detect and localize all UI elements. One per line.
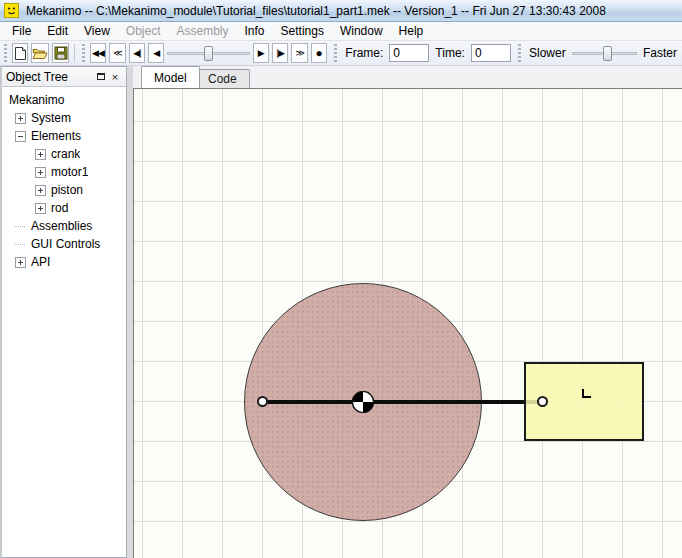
frame-input[interactable] (389, 44, 429, 62)
tree-item-label: motor1 (51, 165, 88, 179)
tree-item-label: System (31, 111, 71, 125)
skip-forward-button[interactable]: ≫ (291, 43, 307, 63)
close-panel-button[interactable]: × (108, 70, 122, 84)
expand-plus-icon[interactable] (15, 113, 26, 124)
play-button[interactable]: ▶ (253, 43, 269, 63)
tree-item-piston[interactable]: piston (2, 181, 126, 199)
open-file-button[interactable] (31, 43, 49, 63)
slower-label: Slower (526, 46, 569, 60)
app-smiley-icon (4, 3, 19, 18)
speed-slider[interactable] (572, 44, 637, 62)
step-back-button[interactable]: ◀| (129, 43, 145, 63)
toolbar-grip[interactable] (334, 44, 337, 62)
editor-tab-bar: Model Code (133, 66, 682, 88)
open-folder-icon (32, 47, 48, 60)
menu-file[interactable]: File (4, 22, 39, 40)
tree-branch-line (15, 244, 25, 245)
menu-bar: File Edit View Object Assembly Info Sett… (0, 22, 682, 41)
tree-item-label: GUI Controls (31, 237, 100, 251)
tree-item-label: piston (51, 183, 83, 197)
object-tree-panel: Object Tree × Mekanimo System Elements c… (0, 66, 127, 558)
new-file-icon (14, 46, 27, 61)
expand-plus-icon[interactable] (35, 149, 46, 160)
model-canvas[interactable] (133, 88, 682, 558)
toolbar-grip[interactable] (4, 44, 7, 62)
tree-item-label: Mekanimo (9, 93, 64, 107)
record-button[interactable]: ● (311, 43, 327, 63)
center-of-mass-marker[interactable] (351, 390, 375, 414)
expand-plus-icon[interactable] (15, 257, 26, 268)
object-tree: Mekanimo System Elements crank motor1 pi… (2, 87, 126, 271)
faster-label: Faster (640, 46, 680, 60)
crank-pin-joint[interactable] (257, 396, 268, 407)
frame-slider[interactable] (167, 44, 249, 62)
save-floppy-icon (54, 46, 68, 60)
expand-plus-icon[interactable] (35, 203, 46, 214)
toolbar-grip[interactable] (518, 44, 521, 62)
expand-plus-icon[interactable] (35, 167, 46, 178)
menu-edit[interactable]: Edit (39, 22, 76, 40)
toolbar-separator (74, 44, 75, 62)
menu-info[interactable]: Info (237, 22, 273, 40)
time-label: Time: (432, 46, 468, 60)
tree-branch-line (15, 226, 25, 227)
tree-item-elements[interactable]: Elements (2, 127, 126, 145)
float-window-icon (97, 73, 105, 80)
tree-item-label: API (31, 255, 50, 269)
new-file-button[interactable] (12, 43, 28, 63)
tree-item-mekanimo[interactable]: Mekanimo (2, 91, 126, 109)
tree-item-system[interactable]: System (2, 109, 126, 127)
collapse-minus-icon[interactable] (15, 131, 26, 142)
rod-link[interactable] (263, 400, 543, 404)
fast-rewind-button[interactable]: ◀◀ (90, 43, 106, 63)
tab-code[interactable]: Code (195, 69, 250, 88)
tree-item-rod[interactable]: rod (2, 199, 126, 217)
tree-item-api[interactable]: API (2, 253, 126, 271)
play-backward-button[interactable]: ◀ (148, 43, 164, 63)
object-tree-header: Object Tree × (2, 67, 126, 87)
menu-object: Object (118, 22, 169, 40)
title-bar: Mekanimo -- C:\Mekanimo_module\Tutorial_… (0, 0, 682, 22)
menu-settings[interactable]: Settings (273, 22, 332, 40)
menu-window[interactable]: Window (332, 22, 391, 40)
expand-plus-icon[interactable] (35, 185, 46, 196)
tree-item-motor1[interactable]: motor1 (2, 163, 126, 181)
tree-item-label: Elements (31, 129, 81, 143)
object-tree-title: Object Tree (6, 70, 94, 84)
window-title: Mekanimo -- C:\Mekanimo_module\Tutorial_… (26, 4, 606, 18)
tree-item-label: Assemblies (31, 219, 92, 233)
menu-view[interactable]: View (76, 22, 118, 40)
toolbar-grip[interactable] (82, 44, 85, 62)
speed-slider-thumb[interactable] (603, 46, 612, 61)
float-panel-button[interactable] (94, 70, 108, 84)
menu-help[interactable]: Help (391, 22, 432, 40)
frame-label: Frame: (342, 46, 386, 60)
piston-axis-l-marker (582, 389, 591, 398)
tree-item-crank[interactable]: crank (2, 145, 126, 163)
tree-item-gui-controls[interactable]: GUI Controls (2, 235, 126, 253)
tree-item-label: crank (51, 147, 80, 161)
frame-slider-thumb[interactable] (204, 46, 213, 61)
step-forward-button[interactable]: |▶ (272, 43, 288, 63)
toolbar: ◀◀ ≪ ◀| ◀ ▶ |▶ ≫ ● Frame: Time: Slower F… (0, 41, 682, 66)
save-file-button[interactable] (52, 43, 68, 63)
skip-back-button[interactable]: ≪ (109, 43, 125, 63)
tree-item-assemblies[interactable]: Assemblies (2, 217, 126, 235)
tree-item-label: rod (51, 201, 68, 215)
piston-pin-joint[interactable] (537, 396, 548, 407)
menu-assembly: Assembly (169, 22, 237, 40)
time-input[interactable] (471, 44, 511, 62)
tab-model[interactable]: Model (141, 66, 200, 88)
